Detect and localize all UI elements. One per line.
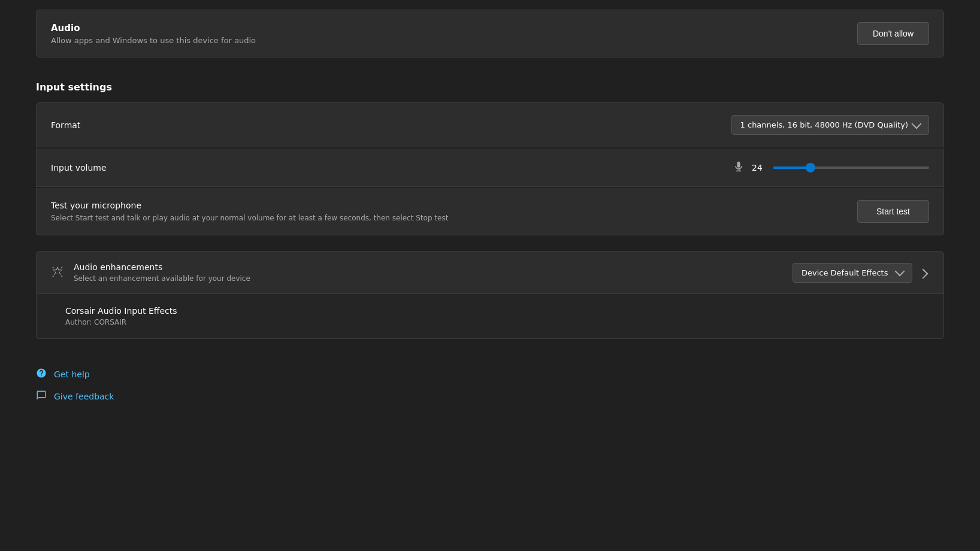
format-value: 1 channels, 16 bit, 48000 Hz (DVD Qualit… [740,120,908,129]
input-settings-title: Input settings [36,81,944,93]
collapse-button[interactable] [917,268,929,277]
mic-test-title: Test your microphone [51,201,448,210]
volume-slider-fill [773,166,810,169]
audio-banner-description: Allow apps and Windows to use this devic… [51,36,256,45]
enhancements-description: Select an enhancement available for your… [74,274,250,283]
mic-test-card: Test your microphone Select Start test a… [36,188,944,235]
give-feedback-text: Give feedback [54,392,114,401]
chevron-up-icon [918,269,928,279]
mic-icon [733,161,745,174]
volume-slider-track[interactable] [773,166,929,169]
bottom-links: Get help Give feedback [36,368,944,402]
effects-dropdown[interactable]: Device Default Effects [793,263,912,283]
mic-test-description: Select Start test and talk or play audio… [51,214,448,222]
format-label: Format [51,120,80,130]
enhancements-header: Audio enhancements Select an enhancement… [36,251,944,294]
format-dropdown[interactable]: 1 channels, 16 bit, 48000 Hz (DVD Qualit… [731,115,929,135]
effects-chevron-down-icon [895,267,905,277]
enhancements-left: Audio enhancements Select an enhancement… [51,262,250,283]
format-card: Format 1 channels, 16 bit, 48000 Hz (DVD… [36,102,944,147]
help-icon [36,368,47,380]
corsair-effects-title: Corsair Audio Input Effects [65,306,929,316]
dont-allow-button[interactable]: Don't allow [857,22,929,45]
input-volume-label: Input volume [51,163,107,172]
input-volume-card: Input volume 24 [36,149,944,187]
audio-enhancements-section: Audio enhancements Select an enhancement… [36,251,944,339]
enhancements-text: Audio enhancements Select an enhancement… [74,262,250,283]
card-gap [36,237,944,249]
corsair-effects-card: Corsair Audio Input Effects Author: CORS… [36,294,944,339]
corsair-effects-author: Author: CORSAIR [65,318,929,326]
get-help-link[interactable]: Get help [36,368,944,380]
page-container: Audio Allow apps and Windows to use this… [0,10,980,402]
start-test-button[interactable]: Start test [857,200,929,223]
audio-permission-banner: Audio Allow apps and Windows to use this… [36,10,944,57]
effects-value: Device Default Effects [801,268,888,277]
volume-value: 24 [752,163,766,172]
audio-banner-text: Audio Allow apps and Windows to use this… [51,23,256,45]
get-help-text: Get help [54,370,90,379]
audio-banner-title: Audio [51,23,256,34]
enhancement-icon [51,265,64,280]
volume-slider-thumb[interactable] [806,163,815,172]
volume-controls: 24 [733,161,929,174]
feedback-icon [36,390,47,402]
input-settings-section: Input settings Format 1 channels, 16 bit… [36,81,944,339]
enhancements-right: Device Default Effects [793,263,929,283]
enhancements-title: Audio enhancements [74,262,250,272]
mic-test-text: Test your microphone Select Start test a… [51,201,448,222]
give-feedback-link[interactable]: Give feedback [36,390,944,402]
chevron-down-icon [912,119,922,129]
